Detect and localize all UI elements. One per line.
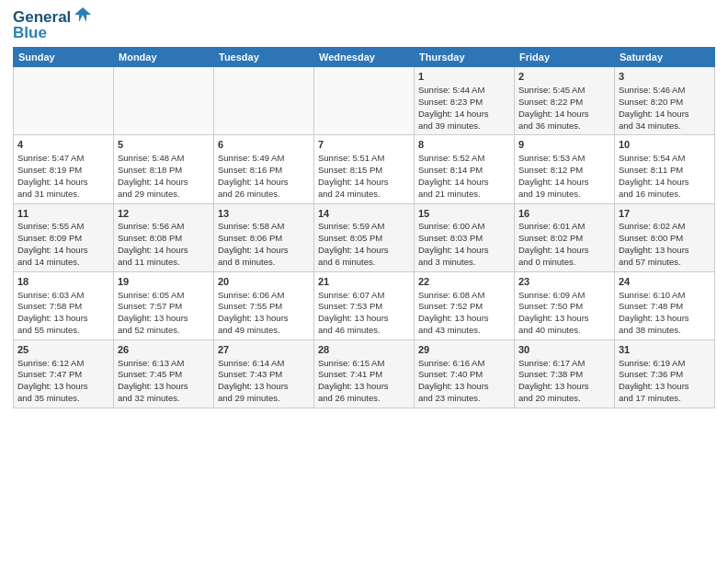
weekday-header: Monday: [114, 48, 214, 67]
day-number: 16: [518, 207, 610, 221]
calendar-cell: 25Sunrise: 6:12 AM Sunset: 7:47 PM Dayli…: [14, 339, 114, 408]
weekday-header: Sunday: [14, 48, 114, 67]
day-number: 15: [418, 207, 510, 221]
calendar-cell: 4Sunrise: 5:47 AM Sunset: 8:19 PM Daylig…: [14, 135, 114, 203]
calendar-cell: [14, 67, 114, 135]
logo-blue: Blue: [13, 25, 93, 42]
weekday-header: Saturday: [615, 48, 715, 67]
day-info: Sunrise: 6:06 AM Sunset: 7:55 PM Dayligh…: [218, 290, 289, 335]
calendar-week-row: 4Sunrise: 5:47 AM Sunset: 8:19 PM Daylig…: [14, 135, 715, 203]
day-info: Sunrise: 5:45 AM Sunset: 8:22 PM Dayligh…: [518, 85, 589, 130]
calendar-cell: 5Sunrise: 5:48 AM Sunset: 8:18 PM Daylig…: [114, 135, 214, 203]
day-info: Sunrise: 6:19 AM Sunset: 7:36 PM Dayligh…: [619, 358, 689, 403]
day-number: 8: [418, 138, 510, 152]
calendar-cell: 20Sunrise: 6:06 AM Sunset: 7:55 PM Dayli…: [214, 271, 314, 339]
calendar-table: SundayMondayTuesdayWednesdayThursdayFrid…: [13, 47, 715, 408]
calendar-header-row: SundayMondayTuesdayWednesdayThursdayFrid…: [14, 48, 715, 67]
day-number: 3: [619, 70, 711, 84]
calendar-cell: 22Sunrise: 6:08 AM Sunset: 7:52 PM Dayli…: [415, 271, 515, 339]
day-number: 4: [17, 138, 109, 152]
day-info: Sunrise: 5:56 AM Sunset: 8:08 PM Dayligh…: [118, 221, 188, 266]
calendar-cell: 21Sunrise: 6:07 AM Sunset: 7:53 PM Dayli…: [314, 271, 415, 339]
day-number: 5: [118, 138, 210, 152]
calendar-cell: 7Sunrise: 5:51 AM Sunset: 8:15 PM Daylig…: [314, 135, 415, 203]
day-number: 21: [318, 275, 410, 289]
day-info: Sunrise: 6:12 AM Sunset: 7:47 PM Dayligh…: [17, 358, 88, 403]
day-number: 18: [17, 275, 109, 289]
day-info: Sunrise: 5:55 AM Sunset: 8:09 PM Dayligh…: [17, 221, 88, 266]
calendar-cell: 23Sunrise: 6:09 AM Sunset: 7:50 PM Dayli…: [515, 271, 615, 339]
page: General Blue SundayMondayTuesdayWednesda…: [0, 0, 728, 563]
svg-marker-0: [74, 7, 91, 22]
day-info: Sunrise: 5:48 AM Sunset: 8:18 PM Dayligh…: [118, 153, 188, 198]
calendar-cell: 10Sunrise: 5:54 AM Sunset: 8:11 PM Dayli…: [615, 135, 715, 203]
day-number: 22: [418, 275, 510, 289]
calendar-cell: 29Sunrise: 6:16 AM Sunset: 7:40 PM Dayli…: [415, 339, 515, 408]
calendar-week-row: 18Sunrise: 6:03 AM Sunset: 7:58 PM Dayli…: [14, 271, 715, 339]
logo-graphic: General Blue: [13, 9, 93, 41]
day-number: 23: [518, 275, 610, 289]
day-number: 25: [17, 343, 109, 357]
calendar-cell: 1Sunrise: 5:44 AM Sunset: 8:23 PM Daylig…: [415, 67, 515, 135]
weekday-header: Wednesday: [314, 48, 415, 67]
day-number: 24: [619, 275, 711, 289]
calendar-week-row: 25Sunrise: 6:12 AM Sunset: 7:47 PM Dayli…: [14, 339, 715, 408]
calendar-cell: 28Sunrise: 6:15 AM Sunset: 7:41 PM Dayli…: [314, 339, 415, 408]
calendar-cell: 19Sunrise: 6:05 AM Sunset: 7:57 PM Dayli…: [114, 271, 214, 339]
calendar-cell: [114, 67, 214, 135]
day-number: 27: [218, 343, 310, 357]
day-number: 1: [418, 70, 510, 84]
calendar-cell: 8Sunrise: 5:52 AM Sunset: 8:14 PM Daylig…: [415, 135, 515, 203]
day-number: 12: [118, 207, 210, 221]
day-info: Sunrise: 6:16 AM Sunset: 7:40 PM Dayligh…: [418, 358, 489, 403]
day-number: 6: [218, 138, 310, 152]
day-number: 31: [619, 343, 711, 357]
day-info: Sunrise: 5:58 AM Sunset: 8:06 PM Dayligh…: [218, 221, 289, 266]
day-info: Sunrise: 5:59 AM Sunset: 8:05 PM Dayligh…: [318, 221, 389, 266]
calendar-cell: 31Sunrise: 6:19 AM Sunset: 7:36 PM Dayli…: [615, 339, 715, 408]
day-info: Sunrise: 6:09 AM Sunset: 7:50 PM Dayligh…: [518, 290, 589, 335]
day-number: 30: [518, 343, 610, 357]
calendar-cell: 3Sunrise: 5:46 AM Sunset: 8:20 PM Daylig…: [615, 67, 715, 135]
day-info: Sunrise: 5:49 AM Sunset: 8:16 PM Dayligh…: [218, 153, 289, 198]
calendar-cell: 17Sunrise: 6:02 AM Sunset: 8:00 PM Dayli…: [615, 203, 715, 271]
calendar-cell: 9Sunrise: 5:53 AM Sunset: 8:12 PM Daylig…: [515, 135, 615, 203]
calendar-cell: 14Sunrise: 5:59 AM Sunset: 8:05 PM Dayli…: [314, 203, 415, 271]
calendar-cell: 2Sunrise: 5:45 AM Sunset: 8:22 PM Daylig…: [515, 67, 615, 135]
day-number: 11: [17, 207, 109, 221]
calendar-cell: 27Sunrise: 6:14 AM Sunset: 7:43 PM Dayli…: [214, 339, 314, 408]
calendar-cell: 12Sunrise: 5:56 AM Sunset: 8:08 PM Dayli…: [114, 203, 214, 271]
day-info: Sunrise: 5:52 AM Sunset: 8:14 PM Dayligh…: [418, 153, 489, 198]
day-info: Sunrise: 6:00 AM Sunset: 8:03 PM Dayligh…: [418, 221, 489, 266]
logo: General Blue: [13, 9, 93, 41]
day-number: 2: [518, 70, 610, 84]
header: General Blue: [13, 9, 715, 41]
day-number: 19: [118, 275, 210, 289]
day-info: Sunrise: 5:51 AM Sunset: 8:15 PM Dayligh…: [318, 153, 389, 198]
day-number: 9: [518, 138, 610, 152]
day-info: Sunrise: 6:17 AM Sunset: 7:38 PM Dayligh…: [518, 358, 589, 403]
calendar-week-row: 11Sunrise: 5:55 AM Sunset: 8:09 PM Dayli…: [14, 203, 715, 271]
day-info: Sunrise: 5:53 AM Sunset: 8:12 PM Dayligh…: [518, 153, 589, 198]
day-info: Sunrise: 5:54 AM Sunset: 8:11 PM Dayligh…: [619, 153, 689, 198]
day-info: Sunrise: 6:14 AM Sunset: 7:43 PM Dayligh…: [218, 358, 289, 403]
day-number: 10: [619, 138, 711, 152]
day-info: Sunrise: 6:01 AM Sunset: 8:02 PM Dayligh…: [518, 221, 589, 266]
calendar-cell: 24Sunrise: 6:10 AM Sunset: 7:48 PM Dayli…: [615, 271, 715, 339]
calendar-cell: 15Sunrise: 6:00 AM Sunset: 8:03 PM Dayli…: [415, 203, 515, 271]
calendar-cell: 11Sunrise: 5:55 AM Sunset: 8:09 PM Dayli…: [14, 203, 114, 271]
weekday-header: Tuesday: [214, 48, 314, 67]
day-number: 29: [418, 343, 510, 357]
day-number: 20: [218, 275, 310, 289]
day-info: Sunrise: 5:44 AM Sunset: 8:23 PM Dayligh…: [418, 85, 489, 130]
calendar-cell: 16Sunrise: 6:01 AM Sunset: 8:02 PM Dayli…: [515, 203, 615, 271]
day-info: Sunrise: 6:02 AM Sunset: 8:00 PM Dayligh…: [619, 221, 689, 266]
calendar-cell: [314, 67, 415, 135]
day-info: Sunrise: 6:10 AM Sunset: 7:48 PM Dayligh…: [619, 290, 689, 335]
day-info: Sunrise: 6:07 AM Sunset: 7:53 PM Dayligh…: [318, 290, 389, 335]
day-info: Sunrise: 6:08 AM Sunset: 7:52 PM Dayligh…: [418, 290, 489, 335]
day-info: Sunrise: 6:03 AM Sunset: 7:58 PM Dayligh…: [17, 290, 88, 335]
day-number: 13: [218, 207, 310, 221]
calendar-week-row: 1Sunrise: 5:44 AM Sunset: 8:23 PM Daylig…: [14, 67, 715, 135]
day-info: Sunrise: 6:05 AM Sunset: 7:57 PM Dayligh…: [118, 290, 188, 335]
